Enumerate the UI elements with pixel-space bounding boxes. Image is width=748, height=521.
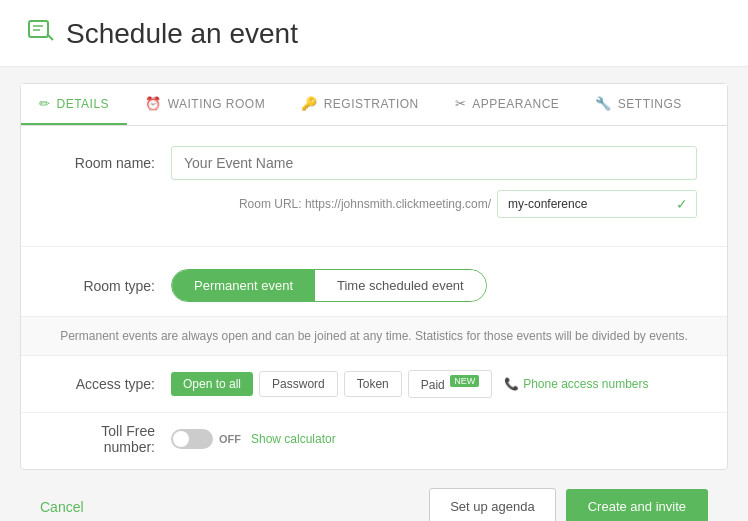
divider-1 (21, 246, 727, 247)
url-input-group: ✓ (497, 190, 697, 218)
room-name-input[interactable] (171, 146, 697, 180)
svg-rect-0 (29, 21, 48, 37)
btn-paid[interactable]: Paid NEW (408, 370, 492, 398)
access-type-label: Access type: (51, 376, 171, 392)
form-card: ✏ DETAILS ⏰ WAITING ROOM 🔑 REGISTRATION … (20, 83, 728, 470)
waiting-tab-icon: ⏰ (145, 96, 162, 111)
toll-free-row: Toll Free number: OFF Show calculator (21, 412, 727, 469)
toggle-label: OFF (219, 433, 241, 445)
tabs-bar: ✏ DETAILS ⏰ WAITING ROOM 🔑 REGISTRATION … (21, 84, 727, 126)
main-content: ✏ DETAILS ⏰ WAITING ROOM 🔑 REGISTRATION … (0, 67, 748, 521)
tab-waiting-room[interactable]: ⏰ WAITING ROOM (127, 84, 283, 125)
phone-icon: 📞 (504, 377, 519, 391)
toggle-switch[interactable]: OFF (171, 429, 241, 449)
phone-access-link[interactable]: 📞 Phone access numbers (504, 377, 648, 391)
btn-open-to-all[interactable]: Open to all (171, 372, 253, 396)
access-buttons: Open to all Password Token Paid NEW 📞 Ph… (171, 370, 649, 398)
cancel-button[interactable]: Cancel (40, 499, 84, 515)
schedule-icon (28, 20, 54, 48)
info-text: Permanent events are always open and can… (60, 329, 688, 343)
show-calculator-link[interactable]: Show calculator (251, 432, 336, 446)
tab-registration-label: REGISTRATION (324, 97, 419, 111)
form-area: Room name: Room URL: https://johnsmith.c… (21, 126, 727, 238)
page-header: Schedule an event (0, 0, 748, 67)
create-invite-button[interactable]: Create and invite (566, 489, 708, 521)
url-static-text: Room URL: https://johnsmith.clickmeeting… (239, 197, 491, 211)
tab-details[interactable]: ✏ DETAILS (21, 84, 127, 125)
tab-details-label: DETAILS (57, 97, 110, 111)
details-tab-icon: ✏ (39, 96, 51, 111)
toggle-track[interactable] (171, 429, 213, 449)
room-type-label: Room type: (51, 278, 171, 294)
tab-settings[interactable]: 🔧 SETTINGS (577, 84, 700, 125)
settings-tab-icon: 🔧 (595, 96, 612, 111)
url-check-icon: ✓ (668, 191, 696, 217)
footer: Cancel Set up agenda Create and invite (20, 474, 728, 521)
room-name-row: Room name: (51, 146, 697, 180)
btn-permanent-event[interactable]: Permanent event (172, 270, 315, 301)
tab-waiting-label: WAITING ROOM (168, 97, 266, 111)
tab-appearance[interactable]: ✂ APPEARANCE (437, 84, 578, 125)
access-type-row: Access type: Open to all Password Token … (21, 356, 727, 412)
btn-scheduled-event[interactable]: Time scheduled event (315, 270, 486, 301)
toll-free-label: Toll Free number: (51, 423, 171, 455)
tab-settings-label: SETTINGS (618, 97, 682, 111)
room-type-row: Room type: Permanent event Time schedule… (21, 255, 727, 316)
url-slug-input[interactable] (498, 192, 668, 216)
footer-right: Set up agenda Create and invite (429, 488, 708, 521)
btn-token[interactable]: Token (344, 371, 402, 397)
room-type-buttons: Permanent event Time scheduled event (171, 269, 487, 302)
setup-agenda-button[interactable]: Set up agenda (429, 488, 556, 521)
room-url-row: Room URL: https://johnsmith.clickmeeting… (51, 190, 697, 218)
permanent-info-box: Permanent events are always open and can… (21, 316, 727, 356)
btn-password[interactable]: Password (259, 371, 338, 397)
room-name-label: Room name: (51, 155, 171, 171)
appearance-tab-icon: ✂ (455, 96, 467, 111)
new-badge: NEW (450, 375, 479, 387)
page-title: Schedule an event (66, 18, 298, 50)
registration-tab-icon: 🔑 (301, 96, 318, 111)
tab-appearance-label: APPEARANCE (472, 97, 559, 111)
tab-registration[interactable]: 🔑 REGISTRATION (283, 84, 437, 125)
toggle-knob (173, 431, 189, 447)
